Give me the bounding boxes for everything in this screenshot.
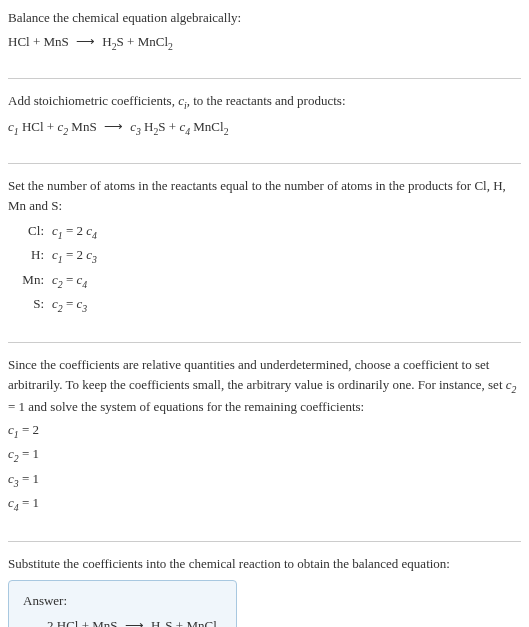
plus: + — [166, 119, 180, 134]
atoms-eq-h: c1 = 2 c3 — [52, 245, 97, 267]
answer-box: Answer: 2 HCl + MnS ⟶ H2S + MnCl2 — [8, 580, 237, 627]
section-solve: Since the coefficients are relative quan… — [8, 355, 521, 529]
atoms-eq-s: c2 = c3 — [52, 294, 87, 316]
section-atoms: Set the number of atoms in the reactants… — [8, 176, 521, 330]
coeff-row-c4: c4 = 1 — [8, 493, 521, 515]
ci: 3 — [92, 254, 97, 265]
c2-var: c2 — [506, 377, 517, 392]
substitute-title: Substitute the coefficients into the che… — [8, 554, 521, 574]
atoms-row-h: H: c1 = 2 c3 — [16, 245, 521, 267]
val: = 1 — [19, 471, 39, 486]
solve-text-b: = 1 and solve the system of equations fo… — [8, 399, 364, 414]
equation-balanced: 2 HCl + MnS ⟶ H2S + MnCl2 — [47, 616, 222, 627]
coeff-row-c3: c3 = 1 — [8, 469, 521, 491]
equation-with-coeffs: c1 HCl + c2 MnS ⟶ c3 H2S + c4 MnCl2 — [8, 117, 521, 139]
answer-label: Answer: — [23, 591, 222, 611]
ci: 4 — [82, 278, 87, 289]
chem-h: H — [102, 34, 111, 49]
chem-mncl: MnCl — [193, 119, 223, 134]
coeff-2: 2 — [47, 618, 57, 627]
plus: + — [44, 119, 58, 134]
sub-2: 2 — [168, 40, 173, 51]
chem-mns: MnS — [92, 618, 117, 627]
plus: + — [30, 34, 44, 49]
chem-s: S — [165, 618, 172, 627]
eq: = 2 — [63, 223, 87, 238]
atoms-label-mn: Mn: — [16, 270, 44, 290]
reaction-arrow: ⟶ — [76, 32, 95, 52]
stoich-title-a: Add stoichiometric coefficients, — [8, 93, 178, 108]
chem-mns: MnS — [44, 34, 69, 49]
val: = 1 — [19, 446, 39, 461]
chem-mns: MnS — [71, 119, 96, 134]
chem-s: S — [117, 34, 124, 49]
atoms-row-s: S: c2 = c3 — [16, 294, 521, 316]
atoms-title: Set the number of atoms in the reactants… — [8, 176, 521, 215]
reaction-arrow: ⟶ — [104, 117, 123, 137]
c1-sub: 1 — [14, 126, 19, 137]
ci: 4 — [92, 230, 97, 241]
atoms-label-s: S: — [16, 294, 44, 314]
divider — [8, 541, 521, 542]
divider — [8, 78, 521, 79]
val: = 1 — [19, 495, 39, 510]
eq: = — [63, 272, 77, 287]
ci: 2 — [512, 383, 517, 394]
stoich-title-b: , to the reactants and products: — [187, 93, 346, 108]
section-substitute: Substitute the coefficients into the che… — [8, 554, 521, 627]
atoms-eq-mn: c2 = c4 — [52, 270, 87, 292]
coeff-list: c1 = 2 c2 = 1 c3 = 1 c4 = 1 — [8, 420, 521, 515]
coeff-row-c2: c2 = 1 — [8, 444, 521, 466]
atoms-row-mn: Mn: c2 = c4 — [16, 270, 521, 292]
eq: = — [63, 296, 77, 311]
stoich-title: Add stoichiometric coefficients, ci, to … — [8, 91, 521, 113]
ci-var: ci — [178, 93, 187, 108]
chem-s: S — [158, 119, 165, 134]
atoms-label-cl: Cl: — [16, 221, 44, 241]
divider — [8, 342, 521, 343]
plus: + — [78, 618, 92, 627]
val: = 2 — [19, 422, 39, 437]
plus: + — [124, 34, 138, 49]
chem-h: H — [144, 119, 153, 134]
chem-mncl: MnCl — [186, 618, 216, 627]
chem-mncl: MnCl — [138, 34, 168, 49]
section-balance: Balance the chemical equation algebraica… — [8, 8, 521, 66]
chem-hcl: HCl — [22, 119, 44, 134]
plus: + — [173, 618, 187, 627]
ci: 3 — [82, 302, 87, 313]
section-stoich: Add stoichiometric coefficients, ci, to … — [8, 91, 521, 151]
divider — [8, 163, 521, 164]
atoms-row-cl: Cl: c1 = 2 c4 — [16, 221, 521, 243]
reaction-arrow: ⟶ — [125, 616, 144, 627]
eq: = 2 — [63, 247, 87, 262]
coeff-row-c1: c1 = 2 — [8, 420, 521, 442]
sub-2: 2 — [224, 126, 229, 137]
equation-unbalanced: HCl + MnS ⟶ H2S + MnCl2 — [8, 32, 521, 54]
solve-text: Since the coefficients are relative quan… — [8, 355, 521, 416]
atoms-eq-cl: c1 = 2 c4 — [52, 221, 97, 243]
chem-hcl: HCl — [8, 34, 30, 49]
solve-text-a: Since the coefficients are relative quan… — [8, 357, 506, 392]
atoms-label-h: H: — [16, 245, 44, 265]
balance-title: Balance the chemical equation algebraica… — [8, 8, 521, 28]
chem-hcl: HCl — [57, 618, 79, 627]
atoms-table: Cl: c1 = 2 c4 H: c1 = 2 c3 Mn: c2 = c4 S… — [16, 221, 521, 316]
